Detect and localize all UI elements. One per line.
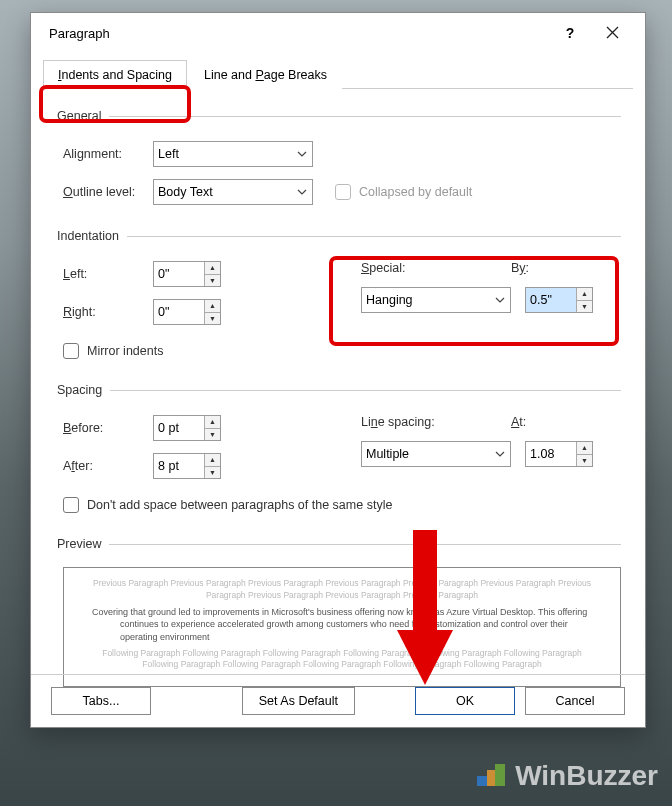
special-combo[interactable]: Hanging — [361, 287, 511, 313]
before-label: Before: — [63, 421, 153, 435]
dont-add-space-label: Don't add space between paragraphs of th… — [87, 498, 392, 512]
dialog-title: Paragraph — [49, 26, 549, 41]
mirror-indents-label: Mirror indents — [87, 344, 163, 358]
outline-level-combo[interactable]: Body Text — [153, 179, 313, 205]
spin-down-icon[interactable]: ▼ — [205, 313, 220, 325]
indent-right-input[interactable] — [154, 300, 204, 324]
spin-down-icon[interactable]: ▼ — [577, 455, 592, 467]
indent-right-spinner[interactable]: ▲▼ — [153, 299, 221, 325]
indent-right-label: Right: — [63, 305, 153, 319]
spin-up-icon[interactable]: ▲ — [205, 262, 220, 275]
at-input[interactable] — [526, 442, 576, 466]
spin-up-icon[interactable]: ▲ — [205, 416, 220, 429]
outline-level-label: Outline level: — [63, 185, 153, 199]
spin-down-icon[interactable]: ▼ — [205, 467, 220, 479]
indent-left-spinner[interactable]: ▲▼ — [153, 261, 221, 287]
mirror-indents-checkbox[interactable] — [63, 343, 79, 359]
before-spinner[interactable]: ▲▼ — [153, 415, 221, 441]
tab-line-page-breaks[interactable]: Line and Page Breaks — [189, 60, 342, 89]
group-indentation-legend: Indentation — [57, 229, 127, 243]
group-spacing: Spacing Before: ▲▼ After: ▲▼ — [63, 383, 621, 525]
by-spinner[interactable]: ▲▼ — [525, 287, 593, 313]
close-button[interactable] — [591, 19, 633, 47]
spin-down-icon[interactable]: ▼ — [577, 301, 592, 313]
spin-up-icon[interactable]: ▲ — [577, 288, 592, 301]
before-input[interactable] — [154, 416, 204, 440]
dialog-content: General Alignment: Left Outline level: B… — [31, 89, 645, 699]
collapsed-label: Collapsed by default — [359, 185, 472, 199]
dont-add-space-checkbox[interactable] — [63, 497, 79, 513]
spin-down-icon[interactable]: ▼ — [205, 275, 220, 287]
set-default-button[interactable]: Set As Default — [242, 687, 355, 715]
titlebar: Paragraph ? — [31, 13, 645, 53]
group-general-legend: General — [57, 109, 109, 123]
group-indentation: Indentation Left: ▲▼ Right: ▲ — [63, 229, 621, 371]
after-label: After: — [63, 459, 153, 473]
preview-sample-text: Covering that ground led to improvements… — [92, 606, 592, 644]
alignment-label: Alignment: — [63, 147, 153, 161]
watermark-logo-icon — [473, 758, 509, 794]
by-input[interactable] — [526, 288, 576, 312]
at-spinner[interactable]: ▲▼ — [525, 441, 593, 467]
after-spinner[interactable]: ▲▼ — [153, 453, 221, 479]
preview-next-text: Following Paragraph Following Paragraph … — [92, 648, 592, 672]
line-spacing-label: Line spacing: — [361, 415, 511, 429]
help-button[interactable]: ? — [549, 19, 591, 47]
group-spacing-legend: Spacing — [57, 383, 110, 397]
group-preview-legend: Preview — [57, 537, 109, 551]
at-label: At: — [511, 415, 571, 429]
svg-rect-2 — [495, 764, 505, 786]
tab-indents-spacing[interactable]: Indents and Spacing — [43, 60, 187, 89]
special-label: Special: — [361, 261, 511, 275]
paragraph-dialog: Paragraph ? Indents and Spacing Line and… — [30, 12, 646, 728]
alignment-combo[interactable]: Left — [153, 141, 313, 167]
after-input[interactable] — [154, 454, 204, 478]
tabs-button[interactable]: Tabs... — [51, 687, 151, 715]
spin-up-icon[interactable]: ▲ — [205, 454, 220, 467]
spin-down-icon[interactable]: ▼ — [205, 429, 220, 441]
spin-up-icon[interactable]: ▲ — [205, 300, 220, 313]
button-bar: Tabs... Set As Default OK Cancel — [31, 674, 645, 727]
tab-strip: Indents and Spacing Line and Page Breaks — [43, 59, 633, 89]
watermark-text: WinBuzzer — [515, 760, 658, 792]
collapsed-checkbox — [335, 184, 351, 200]
watermark: WinBuzzer — [473, 758, 658, 794]
ok-button[interactable]: OK — [415, 687, 515, 715]
spin-up-icon[interactable]: ▲ — [577, 442, 592, 455]
close-icon — [606, 26, 619, 39]
line-spacing-combo[interactable]: Multiple — [361, 441, 511, 467]
cancel-button[interactable]: Cancel — [525, 687, 625, 715]
indent-left-label: Left: — [63, 267, 153, 281]
group-general: General Alignment: Left Outline level: B… — [63, 109, 621, 217]
preview-prev-text: Previous Paragraph Previous Paragraph Pr… — [92, 578, 592, 602]
indent-left-input[interactable] — [154, 262, 204, 286]
svg-rect-0 — [477, 776, 487, 786]
by-label: By: — [511, 261, 571, 275]
preview-box: Previous Paragraph Previous Paragraph Pr… — [63, 567, 621, 687]
